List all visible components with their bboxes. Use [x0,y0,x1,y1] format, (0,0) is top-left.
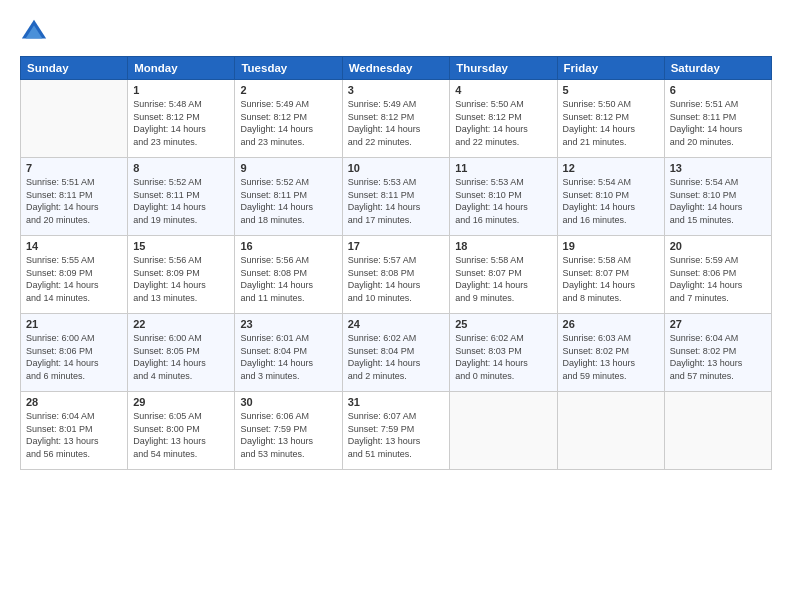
calendar-day-cell: 25Sunrise: 6:02 AM Sunset: 8:03 PM Dayli… [450,314,557,392]
day-info: Sunrise: 5:48 AM Sunset: 8:12 PM Dayligh… [133,98,229,148]
calendar-week-row: 1Sunrise: 5:48 AM Sunset: 8:12 PM Daylig… [21,80,772,158]
calendar-day-cell: 11Sunrise: 5:53 AM Sunset: 8:10 PM Dayli… [450,158,557,236]
calendar-day-cell: 14Sunrise: 5:55 AM Sunset: 8:09 PM Dayli… [21,236,128,314]
day-info: Sunrise: 6:06 AM Sunset: 7:59 PM Dayligh… [240,410,336,460]
day-number: 31 [348,396,445,408]
day-info: Sunrise: 5:53 AM Sunset: 8:10 PM Dayligh… [455,176,551,226]
day-number: 29 [133,396,229,408]
day-info: Sunrise: 6:04 AM Sunset: 8:01 PM Dayligh… [26,410,122,460]
day-info: Sunrise: 5:50 AM Sunset: 8:12 PM Dayligh… [563,98,659,148]
day-info: Sunrise: 5:49 AM Sunset: 8:12 PM Dayligh… [348,98,445,148]
day-info: Sunrise: 6:07 AM Sunset: 7:59 PM Dayligh… [348,410,445,460]
day-number: 18 [455,240,551,252]
day-info: Sunrise: 6:00 AM Sunset: 8:05 PM Dayligh… [133,332,229,382]
day-number: 16 [240,240,336,252]
calendar-week-row: 14Sunrise: 5:55 AM Sunset: 8:09 PM Dayli… [21,236,772,314]
day-info: Sunrise: 5:58 AM Sunset: 8:07 PM Dayligh… [563,254,659,304]
calendar-day-cell: 13Sunrise: 5:54 AM Sunset: 8:10 PM Dayli… [664,158,771,236]
calendar-header-friday: Friday [557,57,664,80]
calendar-day-cell: 16Sunrise: 5:56 AM Sunset: 8:08 PM Dayli… [235,236,342,314]
calendar-day-cell: 15Sunrise: 5:56 AM Sunset: 8:09 PM Dayli… [128,236,235,314]
calendar-day-cell: 10Sunrise: 5:53 AM Sunset: 8:11 PM Dayli… [342,158,450,236]
day-number: 21 [26,318,122,330]
calendar-day-cell: 6Sunrise: 5:51 AM Sunset: 8:11 PM Daylig… [664,80,771,158]
day-info: Sunrise: 5:51 AM Sunset: 8:11 PM Dayligh… [670,98,766,148]
calendar-day-cell: 26Sunrise: 6:03 AM Sunset: 8:02 PM Dayli… [557,314,664,392]
calendar-day-cell: 19Sunrise: 5:58 AM Sunset: 8:07 PM Dayli… [557,236,664,314]
day-info: Sunrise: 6:05 AM Sunset: 8:00 PM Dayligh… [133,410,229,460]
logo [20,18,54,46]
calendar-header-wednesday: Wednesday [342,57,450,80]
day-info: Sunrise: 5:50 AM Sunset: 8:12 PM Dayligh… [455,98,551,148]
calendar-day-cell: 4Sunrise: 5:50 AM Sunset: 8:12 PM Daylig… [450,80,557,158]
day-number: 22 [133,318,229,330]
day-number: 6 [670,84,766,96]
calendar-header-monday: Monday [128,57,235,80]
calendar-day-cell: 21Sunrise: 6:00 AM Sunset: 8:06 PM Dayli… [21,314,128,392]
day-number: 20 [670,240,766,252]
calendar-day-cell: 28Sunrise: 6:04 AM Sunset: 8:01 PM Dayli… [21,392,128,470]
day-info: Sunrise: 5:59 AM Sunset: 8:06 PM Dayligh… [670,254,766,304]
day-info: Sunrise: 6:03 AM Sunset: 8:02 PM Dayligh… [563,332,659,382]
day-number: 26 [563,318,659,330]
day-info: Sunrise: 6:02 AM Sunset: 8:03 PM Dayligh… [455,332,551,382]
calendar-week-row: 28Sunrise: 6:04 AM Sunset: 8:01 PM Dayli… [21,392,772,470]
day-info: Sunrise: 5:56 AM Sunset: 8:08 PM Dayligh… [240,254,336,304]
day-info: Sunrise: 5:58 AM Sunset: 8:07 PM Dayligh… [455,254,551,304]
day-info: Sunrise: 5:54 AM Sunset: 8:10 PM Dayligh… [563,176,659,226]
day-number: 11 [455,162,551,174]
logo-icon [20,18,48,46]
calendar-day-cell: 2Sunrise: 5:49 AM Sunset: 8:12 PM Daylig… [235,80,342,158]
day-number: 24 [348,318,445,330]
calendar-day-cell: 23Sunrise: 6:01 AM Sunset: 8:04 PM Dayli… [235,314,342,392]
day-number: 15 [133,240,229,252]
day-number: 30 [240,396,336,408]
calendar-day-cell: 9Sunrise: 5:52 AM Sunset: 8:11 PM Daylig… [235,158,342,236]
day-number: 25 [455,318,551,330]
calendar-day-cell: 8Sunrise: 5:52 AM Sunset: 8:11 PM Daylig… [128,158,235,236]
calendar-day-cell: 22Sunrise: 6:00 AM Sunset: 8:05 PM Dayli… [128,314,235,392]
day-info: Sunrise: 5:53 AM Sunset: 8:11 PM Dayligh… [348,176,445,226]
day-info: Sunrise: 5:54 AM Sunset: 8:10 PM Dayligh… [670,176,766,226]
calendar-day-cell: 29Sunrise: 6:05 AM Sunset: 8:00 PM Dayli… [128,392,235,470]
calendar-table: SundayMondayTuesdayWednesdayThursdayFrid… [20,56,772,470]
day-info: Sunrise: 6:02 AM Sunset: 8:04 PM Dayligh… [348,332,445,382]
day-number: 4 [455,84,551,96]
calendar-day-cell: 27Sunrise: 6:04 AM Sunset: 8:02 PM Dayli… [664,314,771,392]
day-number: 5 [563,84,659,96]
calendar-day-cell [21,80,128,158]
day-info: Sunrise: 5:52 AM Sunset: 8:11 PM Dayligh… [133,176,229,226]
day-number: 3 [348,84,445,96]
day-info: Sunrise: 6:00 AM Sunset: 8:06 PM Dayligh… [26,332,122,382]
day-number: 2 [240,84,336,96]
calendar-day-cell: 7Sunrise: 5:51 AM Sunset: 8:11 PM Daylig… [21,158,128,236]
calendar-header-row: SundayMondayTuesdayWednesdayThursdayFrid… [21,57,772,80]
day-number: 19 [563,240,659,252]
calendar-day-cell: 31Sunrise: 6:07 AM Sunset: 7:59 PM Dayli… [342,392,450,470]
day-info: Sunrise: 5:56 AM Sunset: 8:09 PM Dayligh… [133,254,229,304]
day-info: Sunrise: 5:52 AM Sunset: 8:11 PM Dayligh… [240,176,336,226]
calendar-day-cell: 5Sunrise: 5:50 AM Sunset: 8:12 PM Daylig… [557,80,664,158]
calendar-day-cell [664,392,771,470]
day-number: 8 [133,162,229,174]
header [20,18,772,46]
day-info: Sunrise: 6:01 AM Sunset: 8:04 PM Dayligh… [240,332,336,382]
calendar-header-saturday: Saturday [664,57,771,80]
calendar-day-cell: 1Sunrise: 5:48 AM Sunset: 8:12 PM Daylig… [128,80,235,158]
calendar-day-cell: 3Sunrise: 5:49 AM Sunset: 8:12 PM Daylig… [342,80,450,158]
day-info: Sunrise: 5:55 AM Sunset: 8:09 PM Dayligh… [26,254,122,304]
calendar-header-tuesday: Tuesday [235,57,342,80]
day-number: 27 [670,318,766,330]
calendar-day-cell: 18Sunrise: 5:58 AM Sunset: 8:07 PM Dayli… [450,236,557,314]
day-number: 13 [670,162,766,174]
calendar-day-cell: 17Sunrise: 5:57 AM Sunset: 8:08 PM Dayli… [342,236,450,314]
calendar-day-cell [450,392,557,470]
calendar-day-cell: 30Sunrise: 6:06 AM Sunset: 7:59 PM Dayli… [235,392,342,470]
calendar-day-cell: 24Sunrise: 6:02 AM Sunset: 8:04 PM Dayli… [342,314,450,392]
calendar-day-cell: 20Sunrise: 5:59 AM Sunset: 8:06 PM Dayli… [664,236,771,314]
day-info: Sunrise: 5:49 AM Sunset: 8:12 PM Dayligh… [240,98,336,148]
day-info: Sunrise: 5:51 AM Sunset: 8:11 PM Dayligh… [26,176,122,226]
day-number: 14 [26,240,122,252]
day-info: Sunrise: 6:04 AM Sunset: 8:02 PM Dayligh… [670,332,766,382]
day-number: 10 [348,162,445,174]
